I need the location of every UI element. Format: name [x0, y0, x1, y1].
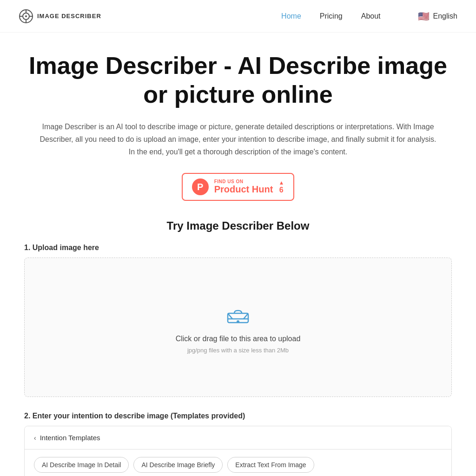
logo-icon — [19, 9, 33, 24]
main-nav: Home Pricing About — [281, 12, 380, 20]
template-tags: AI Describe Image In Detail AI Describe … — [25, 449, 451, 476]
logo[interactable]: IMAGE DESCRIBER — [19, 9, 101, 24]
upload-main-text: Click or drag file to this area to uploa… — [176, 335, 301, 343]
nav-home[interactable]: Home — [281, 12, 301, 20]
step2-label: 2. Enter your intention to describe imag… — [24, 412, 452, 420]
main-content: Image Describer - AI Describe image or p… — [15, 33, 461, 476]
upload-sub-text: jpg/png files with a size less than 2Mb — [187, 347, 289, 354]
language-selector[interactable]: 🇺🇸 English — [418, 11, 457, 22]
product-hunt-badge[interactable]: P FIND US ON Product Hunt ▲ 6 — [182, 173, 295, 201]
hero-subtitle: Image Describer is an AI tool to describ… — [38, 120, 438, 159]
chevron-icon: ‹ — [34, 434, 36, 442]
vote-count: 6 — [279, 186, 284, 194]
site-header: IMAGE DESCRIBER Home Pricing About 🇺🇸 En… — [0, 0, 476, 33]
product-hunt-find-label: FIND US ON — [214, 179, 273, 184]
template-tag-0[interactable]: AI Describe Image In Detail — [34, 457, 129, 473]
svg-rect-9 — [232, 313, 244, 319]
svg-point-2 — [25, 15, 27, 17]
intention-label: Intention Templates — [40, 434, 100, 442]
product-hunt-section: P FIND US ON Product Hunt ▲ 6 — [24, 173, 452, 201]
upload-icon — [226, 301, 250, 327]
intention-header[interactable]: ‹ Intention Templates — [25, 426, 451, 449]
intention-templates-container: ‹ Intention Templates AI Describe Image … — [24, 426, 452, 476]
product-hunt-logo: P — [192, 178, 209, 195]
nav-about[interactable]: About — [361, 12, 381, 20]
product-hunt-name: Product Hunt — [214, 184, 273, 195]
upload-dropzone[interactable]: Click or drag file to this area to uploa… — [24, 258, 452, 397]
flag-icon: 🇺🇸 — [418, 11, 430, 22]
language-label: English — [433, 12, 457, 20]
product-hunt-votes: ▲ 6 — [278, 179, 284, 194]
template-tag-1[interactable]: AI Describe Image Briefly — [133, 457, 223, 473]
upvote-arrow-icon: ▲ — [278, 179, 284, 186]
logo-text: IMAGE DESCRIBER — [37, 13, 101, 20]
svg-point-8 — [237, 320, 239, 323]
nav-pricing[interactable]: Pricing — [320, 12, 343, 20]
hero-title: Image Describer - AI Describe image or p… — [24, 51, 452, 109]
product-hunt-text: FIND US ON Product Hunt — [214, 179, 273, 195]
step1-label: 1. Upload image here — [24, 244, 452, 252]
try-section-heading: Try Image Describer Below — [24, 219, 452, 232]
template-tag-2[interactable]: Extract Text From Image — [227, 457, 314, 473]
